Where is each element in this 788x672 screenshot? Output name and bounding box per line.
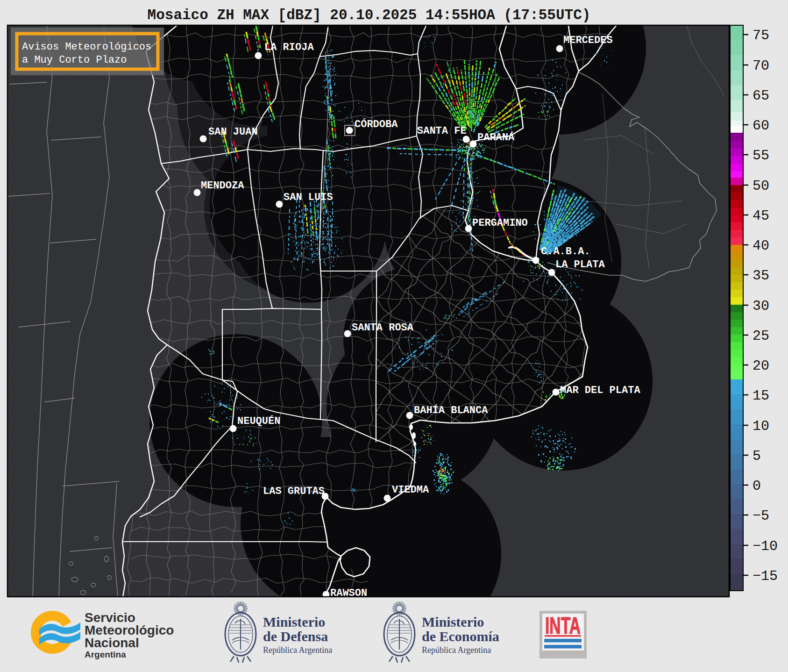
svg-text:0: 0 [753,478,761,494]
svg-text:SANTA ROSA: SANTA ROSA [352,322,414,334]
svg-text:MAR DEL PLATA: MAR DEL PLATA [560,385,640,396]
svg-text:45: 45 [753,208,769,224]
svg-text:−10: −10 [753,538,778,554]
svg-text:LA RIOJA: LA RIOJA [264,42,314,53]
svg-text:Ministerio: Ministerio [263,614,325,629]
svg-text:de Defensa: de Defensa [263,629,328,644]
svg-text:15: 15 [753,388,769,404]
svg-text:INTA: INTA [545,613,581,639]
svg-text:20: 20 [753,358,769,374]
svg-text:LA PLATA: LA PLATA [555,259,605,271]
svg-text:75: 75 [753,28,769,43]
svg-text:65: 65 [753,88,769,104]
svg-text:SANTA FE: SANTA FE [417,125,467,137]
svg-text:MENDOZA: MENDOZA [201,180,244,192]
svg-text:70: 70 [753,58,769,74]
svg-text:10: 10 [753,418,769,434]
svg-text:MERCEDES: MERCEDES [563,35,613,46]
svg-text:C.A.B.A.: C.A.B.A. [541,246,590,257]
svg-text:NEUQUÉN: NEUQUÉN [237,415,280,427]
svg-text:30: 30 [753,298,769,314]
svg-text:SAN JUAN: SAN JUAN [208,126,258,138]
svg-text:a Muy Corto Plazo: a Muy Corto Plazo [22,54,127,66]
svg-text:40: 40 [753,238,769,254]
svg-text:República Argentina: República Argentina [422,645,491,655]
svg-text:60: 60 [753,118,769,134]
svg-text:PARANÁ: PARANÁ [477,131,515,143]
svg-text:VIEDMA: VIEDMA [392,484,429,496]
svg-text:Mosaico ZH MAX [dBZ] 20.10.202: Mosaico ZH MAX [dBZ] 20.10.2025 14:55HOA… [148,7,591,23]
svg-text:Argentina: Argentina [85,650,126,659]
svg-text:25: 25 [753,328,769,344]
svg-text:de Economía: de Economía [422,629,499,644]
svg-text:CÓRDOBA: CÓRDOBA [355,118,398,130]
svg-text:−15: −15 [753,568,778,584]
svg-text:SAN LUIS: SAN LUIS [284,192,333,203]
svg-text:Ministerio: Ministerio [422,614,484,629]
svg-text:PERGAMINO: PERGAMINO [472,217,528,229]
svg-text:35: 35 [753,268,769,284]
svg-text:BAHÍA BLANCA: BAHÍA BLANCA [414,404,488,416]
svg-text:−5: −5 [753,508,769,524]
svg-text:55: 55 [753,148,769,164]
svg-text:5: 5 [753,448,761,464]
svg-text:República Argentina: República Argentina [263,645,332,655]
svg-text:Nacional: Nacional [85,636,139,650]
svg-text:50: 50 [753,178,769,194]
svg-text:Avisos Meteorológicos: Avisos Meteorológicos [22,41,151,53]
svg-text:LAS GRUTAS: LAS GRUTAS [263,486,325,497]
